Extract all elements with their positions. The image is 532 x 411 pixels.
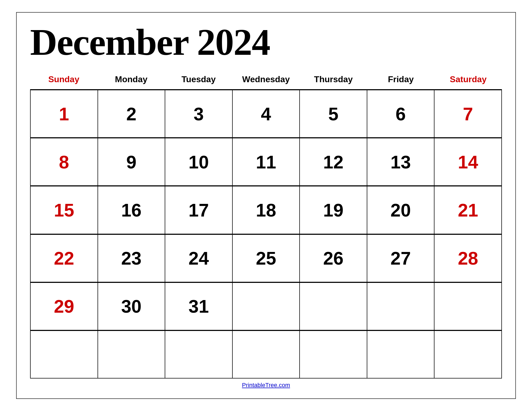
day-cell [233,331,300,378]
day-cell: 19 [300,186,367,234]
week-row-6 [31,330,502,378]
footer-link[interactable]: PrintableTree.com [242,382,290,388]
day-cell: 26 [300,235,367,282]
day-number: 17 [189,200,209,221]
day-cell: 28 [434,235,502,282]
day-number: 13 [390,152,411,172]
day-cell: 17 [165,186,233,234]
day-number: 27 [390,248,411,269]
day-number: 24 [189,248,209,269]
day-cell: 23 [98,235,166,282]
day-number: 20 [390,200,411,221]
day-number: 10 [189,152,209,172]
day-cell: 6 [367,90,435,138]
calendar-footer: PrintableTree.com [30,378,502,390]
day-number: 29 [54,296,74,317]
day-cell [31,331,98,378]
day-header-friday: Friday [367,72,434,87]
day-cell: 10 [165,138,233,186]
day-cell: 1 [31,90,98,138]
day-number: 25 [256,248,276,269]
day-cell [165,331,233,378]
day-number: 23 [121,248,142,269]
day-number: 31 [189,296,209,317]
day-cell: 25 [233,235,300,282]
day-number: 26 [323,248,344,269]
weeks-container: 1234567891011121314151617181920212223242… [31,90,502,378]
day-cell [434,331,502,378]
day-number: 28 [458,248,478,269]
day-headers-row: SundayMondayTuesdayWednesdayThursdayFrid… [30,72,502,87]
day-number: 9 [126,152,136,172]
week-row-5: 293031 [31,282,502,330]
day-number: 19 [323,200,344,221]
day-cell: 2 [98,90,166,138]
day-number: 14 [458,152,478,172]
day-header-thursday: Thursday [300,72,367,87]
day-cell: 27 [367,235,435,282]
day-number: 2 [126,103,136,124]
day-header-tuesday: Tuesday [165,72,232,87]
calendar-container: December 2024 SundayMondayTuesdayWednesd… [16,12,516,399]
day-number: 3 [194,103,204,124]
day-number: 8 [59,152,69,172]
day-header-wednesday: Wednesday [232,72,300,87]
day-number: 11 [256,152,276,172]
calendar-title: December 2024 [30,23,502,61]
day-cell: 31 [165,283,233,330]
day-cell: 12 [300,138,367,186]
week-row-2: 891011121314 [31,138,502,186]
day-number: 4 [261,103,271,124]
day-cell: 11 [233,138,300,186]
week-row-4: 22232425262728 [31,234,502,282]
day-cell: 15 [31,186,98,234]
day-cell: 4 [233,90,300,138]
day-header-saturday: Saturday [434,72,502,87]
day-number: 22 [54,248,74,269]
day-cell: 9 [98,138,166,186]
day-cell: 24 [165,235,233,282]
day-cell: 21 [434,186,502,234]
day-cell: 30 [98,283,166,330]
day-number: 1 [59,103,69,124]
day-header-sunday: Sunday [30,72,98,87]
week-row-1: 1234567 [31,90,502,138]
day-cell [434,283,502,330]
day-cell: 14 [434,138,502,186]
day-cell: 20 [367,186,435,234]
day-cell: 22 [31,235,98,282]
day-cell [300,283,367,330]
day-cell: 7 [434,90,502,138]
day-number: 7 [463,103,473,124]
day-cell [98,331,166,378]
day-number: 16 [121,200,142,221]
day-number: 12 [323,152,344,172]
day-cell: 29 [31,283,98,330]
day-number: 5 [328,103,339,124]
day-cell: 18 [233,186,300,234]
day-number: 15 [54,200,74,221]
day-cell: 8 [31,138,98,186]
day-cell [367,283,435,330]
day-number: 6 [396,103,406,124]
day-number: 30 [121,296,142,317]
day-cell: 16 [98,186,166,234]
day-cell: 5 [300,90,367,138]
calendar-grid: 1234567891011121314151617181920212223242… [30,89,502,378]
day-cell: 13 [367,138,435,186]
day-cell [233,283,300,330]
day-cell: 3 [165,90,233,138]
day-number: 21 [458,200,478,221]
day-number: 18 [256,200,276,221]
week-row-3: 15161718192021 [31,186,502,234]
day-header-monday: Monday [98,72,165,87]
day-cell [300,331,367,378]
day-cell [367,331,435,378]
